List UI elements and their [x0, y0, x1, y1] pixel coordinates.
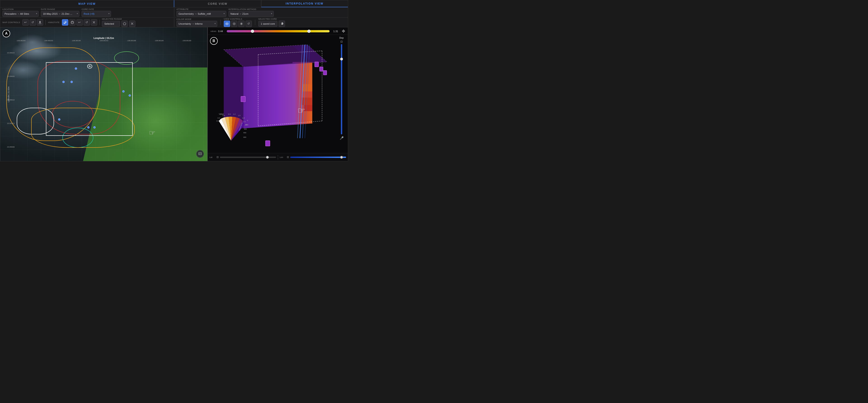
annotate-group: ↩ ↺ [62, 19, 97, 26]
separator2 [99, 20, 100, 25]
svg-text:0.3: 0.3 [218, 117, 220, 119]
interp-method-dropdown-wrapper[interactable]: Natural → 21cm [228, 11, 274, 17]
svg-point-10 [234, 23, 235, 24]
svg-text:2.1: 2.1 [243, 121, 246, 123]
lon-tick-4: -108.86192 [99, 39, 108, 41]
svg-text:200: 200 [245, 124, 248, 126]
lat-range-icon[interactable]: ⊡ [217, 156, 219, 159]
selected-range-group: Selected Range Selected [102, 18, 135, 27]
color-mode-dropdown[interactable]: Uncertainty → Inferno [177, 21, 217, 27]
selected-core-group: Selected Core 1 saved core [258, 18, 285, 27]
core-dot-5[interactable] [129, 94, 131, 97]
download-button[interactable] [37, 19, 43, 26]
lat-slider-thumb[interactable] [266, 156, 269, 159]
svg-text:☞: ☞ [298, 106, 305, 115]
core-fate-dropdown[interactable]: Rock (+8) [82, 11, 111, 17]
svg-rect-36 [323, 70, 327, 75]
undo2-button[interactable]: ↩ [76, 19, 83, 26]
svg-text:1.8: 1.8 [242, 117, 245, 119]
slider-divider [278, 155, 278, 160]
redo2-button[interactable]: ↺ [84, 19, 90, 26]
bottom-sliders: Lat ⊡ Lon ⊡ [208, 153, 348, 161]
redo-button[interactable]: ↺ [30, 19, 36, 26]
delete-button[interactable] [91, 19, 97, 26]
eye-button[interactable] [224, 21, 230, 27]
pen-button[interactable] [62, 19, 68, 26]
interp-method-label: Interpolation Method [228, 8, 274, 10]
attribute-dropdown[interactable]: Geochemistry → Sulfide_mM [177, 11, 226, 17]
interp-view-title: INTERPOLATION VIEW [286, 2, 323, 5]
map-controls-group: ↩ ↺ [22, 19, 43, 26]
refresh-button[interactable]: ↺ [246, 21, 252, 27]
lat-label: Lat [210, 156, 215, 159]
depth-range-icon[interactable]: ⊡ [340, 40, 343, 43]
lon-range-icon[interactable]: ⊡ [287, 156, 289, 159]
right-controls-row1: Attribute Geochemistry → Sulfide_mM Inte… [174, 8, 348, 17]
panel-label-a: A [2, 30, 10, 37]
svg-point-1 [71, 22, 72, 22]
date-range-dropdown[interactable]: 18-May-2015 → 21-Dec ... [41, 11, 79, 17]
map-controls-label: Map Controls [2, 21, 20, 24]
attribute-dropdown-wrapper[interactable]: Geochemistry → Sulfide_mM [177, 11, 226, 17]
polygon-button[interactable] [121, 21, 128, 27]
hand-button[interactable] [279, 21, 285, 27]
north-indicator: N [87, 65, 92, 68]
svg-point-3 [72, 22, 73, 22]
value-slider-row: values 0.44 1.31 ✥ [208, 27, 348, 35]
selected-core-value[interactable]: 1 saved core [258, 21, 278, 27]
selected-core-label: Selected Core [258, 18, 285, 20]
color-mode-dropdown-wrapper[interactable]: Uncertainty → Inferno [177, 21, 217, 27]
svg-text:1.2: 1.2 [233, 113, 236, 115]
depth-label: Dep [340, 37, 344, 39]
undo-button[interactable]: ↩ [22, 19, 29, 26]
right-headers: CORE VIEW INTERPOLATION VIEW [174, 0, 348, 7]
lon-slider-group: Lon ⊡ [280, 156, 346, 159]
location-dropdown-wrapper[interactable]: Pescadero → All Sites [2, 11, 39, 17]
map-view-title: MAP VIEW [79, 2, 96, 5]
attribute-group: Attribute Geochemistry → Sulfide_mM [177, 8, 226, 17]
map-note-button[interactable] [196, 150, 204, 158]
range-close-button[interactable] [129, 21, 135, 27]
date-range-dropdown-wrapper[interactable]: 18-May-2015 → 21-Dec ... [41, 11, 79, 17]
interp-panel: values 0.44 1.31 ✥ [208, 27, 348, 161]
depth-thumb[interactable] [340, 58, 343, 60]
core-fate-dropdown-wrapper[interactable]: Rock (+8) [82, 11, 111, 17]
svg-rect-11 [199, 152, 202, 155]
core-view-title: CORE VIEW [208, 2, 227, 5]
layers-button[interactable] [231, 21, 237, 27]
svg-text:800: 800 [243, 136, 246, 138]
lon-tick-1: -108.86204 [16, 39, 25, 41]
separator1 [45, 20, 46, 25]
interp-method-dropdown[interactable]: Natural → 21cm [228, 11, 274, 17]
palette-button[interactable] [69, 19, 75, 26]
lon-tick-6: -108.86184 [154, 39, 163, 41]
lon-slider-thumb[interactable] [340, 156, 343, 159]
color-mode-label: Color Mode [177, 18, 217, 20]
view-controls-label: View Controls [224, 18, 252, 20]
lat-tick-5: 23.95608 [7, 146, 14, 148]
selected-range-row: Selected [102, 21, 135, 27]
value-slider-track[interactable] [227, 30, 330, 32]
map-panel[interactable]: N Longitude | 19.21m -108.86204 -108.862… [0, 27, 208, 161]
value-slider-right-thumb[interactable] [307, 30, 311, 33]
lon-slider-track[interactable] [290, 156, 346, 158]
selected-range-value[interactable]: Selected [102, 21, 120, 27]
right-controls-row2: Color Mode Uncertainty → Inferno View Co… [174, 18, 348, 27]
depth-track[interactable] [341, 44, 342, 135]
core-dot-1[interactable] [75, 67, 77, 70]
top-header: MAP VIEW CORE VIEW INTERPOLATION VIEW [0, 0, 348, 7]
location-dropdown[interactable]: Pescadero → All Sites [2, 11, 39, 17]
lon-tick-2: -108.86200 [44, 39, 53, 41]
view-3d[interactable]: ☞ Value Uncertainty [208, 35, 348, 153]
move-button[interactable] [238, 21, 245, 27]
location-group: Location Pescadero → All Sites [2, 8, 39, 17]
mic-icon[interactable]: 🎤 [340, 136, 344, 140]
move-3d-icon[interactable]: ✥ [342, 29, 345, 34]
interp-view-header: INTERPOLATION VIEW [261, 0, 348, 7]
content-area: N Longitude | 19.21m -108.86204 -108.862… [0, 27, 348, 161]
core-view-header: CORE VIEW [174, 0, 261, 7]
svg-text:400: 400 [244, 128, 247, 130]
value-slider-left-thumb[interactable] [251, 30, 254, 33]
lat-slider-track[interactable] [220, 156, 276, 158]
panel-label-b: B [210, 37, 218, 45]
